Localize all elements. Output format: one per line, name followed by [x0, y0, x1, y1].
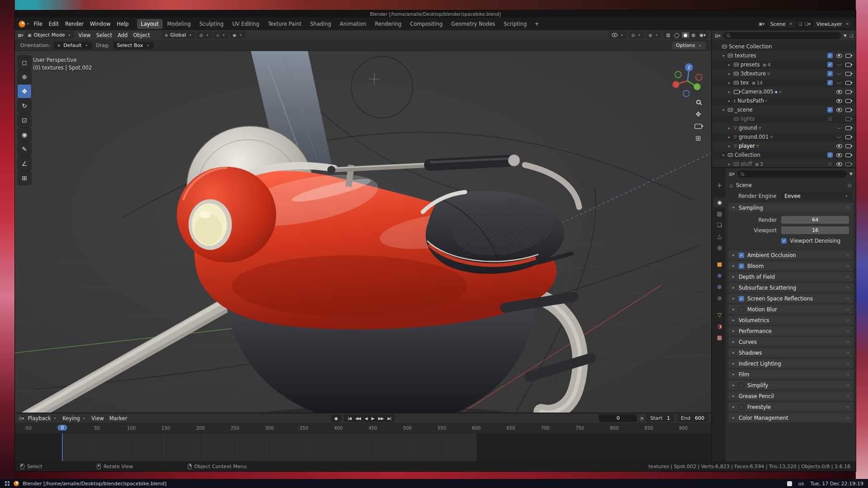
- gizmo-y-axis[interactable]: [694, 84, 701, 90]
- render-visibility-camera-icon[interactable]: [845, 72, 851, 76]
- cursor-tool[interactable]: ⊕: [18, 70, 31, 84]
- properties-tab-output[interactable]: ▤: [713, 209, 726, 219]
- viewport-menu-add[interactable]: Add: [115, 31, 130, 39]
- panel-header-film[interactable]: ▸Film≡: [728, 370, 853, 379]
- properties-tab-scene[interactable]: △: [713, 231, 726, 241]
- panel-grip-icon[interactable]: ≡: [846, 205, 850, 210]
- panel-grip-icon[interactable]: ≡: [846, 372, 850, 377]
- viewport-menu-object[interactable]: Object: [130, 31, 152, 39]
- panel-header-freestyle[interactable]: ▸Freestyle≡: [728, 402, 853, 412]
- outliner-row-nurbspath[interactable]: ▸≀NurbsPath≀: [712, 96, 856, 105]
- simplify-checkbox[interactable]: [739, 383, 744, 388]
- eye-icon[interactable]: [836, 144, 842, 148]
- render-visibility-camera-icon[interactable]: [845, 99, 851, 103]
- shading-wireframe-button[interactable]: ◯: [673, 32, 681, 38]
- tray-icon[interactable]: [787, 481, 792, 486]
- eye-icon[interactable]: [836, 162, 842, 166]
- eye-icon[interactable]: [836, 54, 842, 58]
- panel-header-bloom[interactable]: ▸Bloom≡: [728, 261, 853, 271]
- panel-grip-icon[interactable]: ≡: [846, 394, 850, 399]
- outliner-row-stuff[interactable]: ▸stuff▦3: [712, 160, 856, 167]
- workspace-tab-scripting[interactable]: Scripting: [500, 19, 531, 29]
- annotate-tool[interactable]: ✎: [18, 142, 31, 156]
- eye-icon[interactable]: [836, 108, 842, 112]
- options-dropdown[interactable]: Options ▾: [672, 42, 706, 49]
- pivot-point-dropdown[interactable]: ◎ ▾: [197, 31, 212, 39]
- properties-tab-render[interactable]: ◉: [713, 197, 726, 207]
- exclude-checkbox[interactable]: [827, 71, 833, 76]
- workspace-tab-sculpting[interactable]: Sculpting: [195, 19, 228, 29]
- add-cube-tool[interactable]: ⊞: [18, 171, 31, 185]
- panel-header-depth-of-field[interactable]: ▸Depth of Field≡: [728, 272, 853, 282]
- exclude-checkbox[interactable]: [827, 62, 833, 67]
- viewport-denoising-checkbox[interactable]: [781, 238, 787, 244]
- workspace-tab-uv-editing[interactable]: UV Editing: [228, 19, 264, 29]
- disclosure-arrow-icon[interactable]: ▸: [726, 99, 732, 103]
- play-button[interactable]: ▶: [369, 416, 376, 421]
- timeline-editor-type-icon[interactable]: ◷▾: [19, 416, 24, 421]
- panel-grip-icon[interactable]: ≡: [846, 361, 850, 366]
- outliner-row-tex[interactable]: ▸tex▦14: [712, 78, 856, 87]
- orientation-setting-dropdown[interactable]: ✛ Default ▾: [54, 42, 92, 49]
- freestyle-checkbox[interactable]: [739, 404, 744, 410]
- render-visibility-camera-icon[interactable]: [845, 144, 851, 148]
- outliner-row-collection[interactable]: ▾Collection: [712, 150, 856, 160]
- panel-header-simplify[interactable]: ▸Simplify≡: [728, 380, 853, 390]
- workspace-tab-layout[interactable]: Layout: [137, 19, 163, 29]
- disclosure-arrow-icon[interactable]: ▾: [721, 54, 726, 58]
- sampling-render-field[interactable]: 64: [781, 216, 849, 224]
- transform-tool[interactable]: ◉: [18, 128, 31, 141]
- panel-header-color-management[interactable]: ▸Color Management≡: [728, 413, 853, 422]
- shading-solid-button[interactable]: ●: [682, 32, 689, 38]
- workspace-tab-animation[interactable]: Animation: [336, 19, 371, 29]
- mode-dropdown[interactable]: ▣ Object Mode ▾: [25, 31, 74, 39]
- exclude-checkbox[interactable]: [827, 80, 833, 85]
- playhead[interactable]: [62, 433, 63, 461]
- exclude-checkbox[interactable]: [827, 152, 833, 158]
- properties-tab-tool[interactable]: ✛: [713, 181, 726, 191]
- gizmo-x-axis[interactable]: [673, 81, 679, 88]
- panel-grip-icon[interactable]: ≡: [846, 404, 850, 409]
- panel-grip-icon[interactable]: ≡: [846, 274, 850, 279]
- select-box-tool[interactable]: ◻: [18, 56, 31, 69]
- menu-render[interactable]: Render: [62, 19, 87, 28]
- disclosure-arrow-icon[interactable]: ▸: [726, 72, 732, 76]
- properties-tab-constraints[interactable]: ⊜: [713, 293, 726, 303]
- camera-view-icon[interactable]: [694, 124, 702, 129]
- panel-grip-icon[interactable]: ≡: [846, 253, 850, 258]
- measure-tool[interactable]: ∠: [18, 157, 31, 170]
- outliner-row-3dtexture[interactable]: ▸3dtexture▽: [712, 69, 856, 78]
- window-titlebar[interactable]: Blender [/home/amalie/Desktop/blender/sp…: [15, 10, 856, 18]
- panel-grip-icon[interactable]: ≡: [846, 296, 850, 301]
- panel-grip-icon[interactable]: ≡: [846, 415, 850, 420]
- navigation-gizmo[interactable]: Z: [670, 63, 705, 99]
- properties-tab-world[interactable]: ◍: [713, 243, 726, 253]
- workspace-tab-rendering[interactable]: Rendering: [371, 19, 406, 29]
- screen-space-reflections-checkbox[interactable]: [739, 296, 744, 301]
- scale-tool[interactable]: ⊡: [18, 113, 31, 127]
- menu-window[interactable]: Window: [87, 19, 113, 28]
- filter-icon[interactable]: ▼: [844, 33, 847, 38]
- panel-header-subsurface-scattering[interactable]: ▸Subsurface Scattering≡: [728, 283, 853, 292]
- render-visibility-camera-icon[interactable]: [845, 108, 851, 112]
- render-visibility-camera-icon[interactable]: [845, 126, 851, 130]
- pin-icon[interactable]: ⊙: [848, 183, 852, 188]
- exclude-checkbox[interactable]: [827, 116, 833, 122]
- panel-grip-icon[interactable]: ≡: [846, 328, 850, 333]
- timeline-tracks[interactable]: [15, 433, 711, 461]
- auto-keying-button[interactable]: ●: [331, 414, 341, 422]
- current-frame-indicator[interactable]: 0: [57, 425, 67, 431]
- render-visibility-camera-icon[interactable]: [845, 117, 851, 121]
- current-frame-field[interactable]: 0: [599, 414, 637, 422]
- outliner-row-ground-001[interactable]: ▸▽ground.001▽: [712, 132, 856, 141]
- viewlayer-selector[interactable]: ViewLayer ✕: [813, 20, 852, 28]
- exclude-checkbox[interactable]: [827, 161, 833, 167]
- prev-frame-button[interactable]: ◀: [363, 416, 369, 421]
- menu-help[interactable]: Help: [113, 19, 132, 28]
- eye-closed-icon[interactable]: [836, 71, 842, 75]
- properties-tab-modifiers[interactable]: ⊛: [713, 271, 726, 281]
- panel-grip-icon[interactable]: ≡: [846, 307, 850, 312]
- proportional-editing-dropdown[interactable]: ◉ ▾: [230, 31, 245, 39]
- outliner-row-ground[interactable]: ▸▽ground▽: [712, 123, 856, 132]
- scene-selector[interactable]: Scene ✕: [767, 20, 796, 28]
